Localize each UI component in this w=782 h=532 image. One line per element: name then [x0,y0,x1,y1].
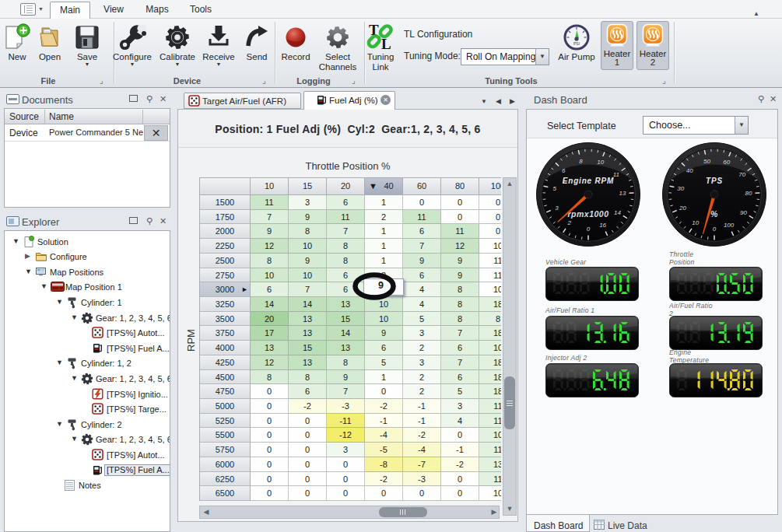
svg-text:40: 40 [686,167,693,174]
svg-text:10: 10 [692,219,699,226]
svg-text:50: 50 [703,158,710,165]
svg-text:5: 5 [552,185,556,192]
svg-text:L: L [381,36,391,52]
svg-text:%: % [710,209,718,219]
svg-text:rpmx1000: rpmx1000 [567,209,608,219]
svg-text:80: 80 [745,190,752,197]
svg-text:13: 13 [619,190,626,197]
svg-text:0: 0 [587,226,591,233]
svg-text:3: 3 [555,205,559,212]
svg-text:16: 16 [599,222,606,229]
svg-text:14: 14 [614,209,621,216]
svg-text:PSI: PSI [573,41,580,46]
svg-text:6: 6 [562,167,566,174]
svg-text:8: 8 [579,158,583,165]
svg-text:70: 70 [738,171,745,178]
svg-text:10: 10 [597,159,604,166]
svg-text:20: 20 [679,205,686,212]
svg-text:100: 100 [724,222,735,229]
svg-text:30: 30 [677,185,684,192]
svg-text:Engine RPM: Engine RPM [563,177,614,185]
svg-text:0: 0 [713,226,717,233]
svg-text:2: 2 [566,219,571,226]
svg-text:TPS: TPS [706,177,723,185]
svg-text:60: 60 [723,159,730,166]
svg-text:90: 90 [740,209,747,216]
